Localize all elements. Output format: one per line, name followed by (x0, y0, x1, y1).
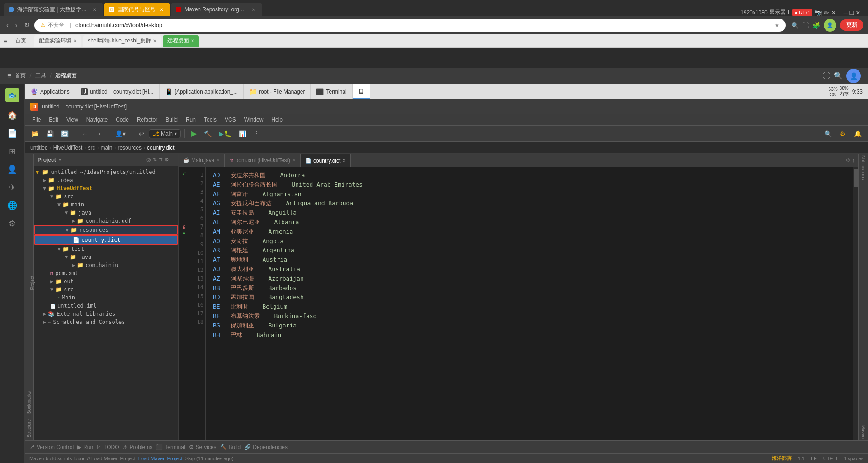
debug-btn[interactable]: ▶🐛 (216, 128, 234, 139)
tree-src[interactable]: ▼ 📁 src (34, 192, 178, 201)
browser-tab-3[interactable]: Maven Repository: org.a... ✕ (171, 3, 262, 16)
star-icon[interactable]: ★ (774, 22, 779, 28)
breadcrumb-tools[interactable]: 工具 (35, 72, 46, 80)
forward-nav-btn[interactable]: → (93, 128, 104, 139)
home-icon[interactable]: ≡ (4, 37, 7, 45)
terminal-btn[interactable]: ⬛ Terminal (156, 444, 185, 450)
expand-icon[interactable]: ▲ (182, 230, 186, 234)
open-folder-btn[interactable]: 📂 (28, 128, 42, 139)
sub-tab-shell[interactable]: shell终端-hive_ceshi_集群 ✕ (83, 35, 161, 47)
tree-com-hainiu-udf[interactable]: ▶ 📁 com.hainiu.udf (34, 217, 178, 225)
scrollbar-thumb[interactable] (854, 169, 858, 187)
sidebar-globe-icon[interactable]: 🌐 (7, 201, 17, 210)
taskbar-terminal[interactable]: ⬛ Terminal (311, 84, 352, 99)
main-java-tab-close[interactable]: ✕ (216, 158, 220, 163)
menu-build[interactable]: Build (162, 116, 181, 124)
close-recording-icon[interactable]: ✕ (831, 9, 836, 16)
zoom-icon[interactable]: ⛶ (802, 22, 809, 29)
tree-country-dict[interactable]: 📄 country.dict (34, 235, 178, 245)
menu-tools[interactable]: Tools (200, 116, 220, 124)
collapse-all-btn[interactable]: ⇈ (159, 157, 163, 163)
run-panel-btn[interactable]: ▶ Run (77, 444, 93, 450)
sidebar-settings-icon[interactable]: ⚙ (9, 219, 16, 229)
breadcrumb-resources[interactable]: resources (118, 145, 142, 151)
taskbar-applications[interactable]: 🔮 Applications (25, 84, 75, 99)
undo-btn[interactable]: ↩ (136, 128, 147, 139)
user-dropdown-btn[interactable]: 👤▾ (112, 128, 128, 139)
forward-button[interactable]: › (13, 21, 19, 29)
run-btn[interactable]: ▶ (189, 127, 199, 140)
search-nav-icon[interactable]: 🔍 (834, 71, 843, 80)
breadcrumb-home[interactable]: 首页 (15, 72, 26, 80)
tree-java[interactable]: ▼ 📁 java (34, 209, 178, 217)
sidebar-send-icon[interactable]: ✈ (9, 182, 16, 192)
branch-selector[interactable]: ⎇ Main ▾ (149, 129, 181, 138)
scrollbar-track[interactable] (853, 167, 858, 440)
maximize-icon[interactable]: □ (850, 9, 854, 16)
editor-tab-country-dict[interactable]: 📄 country.dict ✕ (301, 154, 351, 167)
taskbar-file-manager[interactable]: 📁 root - File Manager (244, 84, 311, 99)
menu-navigate[interactable]: Navigate (83, 116, 111, 124)
sidebar-home-icon[interactable]: 🏠 (7, 110, 17, 120)
save-btn[interactable]: 💾 (43, 128, 57, 139)
problems-btn[interactable]: ⚠ Problems (123, 444, 153, 450)
window-close-icon[interactable]: ✕ (855, 9, 861, 16)
tree-hiveudftest[interactable]: ▼ 📁 HiveUdfTest (34, 184, 178, 192)
search-everywhere-btn[interactable]: 🔍 (821, 128, 835, 139)
tree-resources[interactable]: ▼ 📁 resources (34, 225, 178, 235)
breadcrumb-module[interactable]: HiveUdfTest (53, 145, 83, 151)
bookmarks-label[interactable]: Bookmarks (25, 388, 33, 416)
sub-tab-remote-close[interactable]: ✕ (191, 38, 194, 43)
taskbar-application2[interactable]: 📱 [Application application_... (160, 84, 244, 99)
sub-tab-remote[interactable]: 远程桌面 ✕ (163, 35, 199, 47)
editor-tab-main-java[interactable]: ☕ Main.java ✕ (179, 154, 225, 167)
project-label[interactable]: Project (30, 276, 35, 290)
camera-icon[interactable]: 📷 (814, 9, 822, 16)
tree-out[interactable]: ▶ 📁 out (34, 277, 178, 285)
tree-idea[interactable]: ▶ 📁 .idea (34, 176, 178, 184)
breadcrumb-main[interactable]: main (100, 145, 112, 151)
tab3-close[interactable]: ✕ (250, 6, 257, 13)
sidebar-file-icon[interactable]: 📄 (7, 128, 17, 138)
editor-tab-pom-xml[interactable]: m pom.xml (HiveUdfTest) ✕ (225, 154, 301, 167)
taskbar-untitled[interactable]: IJ untitled – country.dict [Hi... (75, 84, 160, 99)
tab1-close[interactable]: ✕ (91, 6, 98, 13)
sub-tab-shell-close[interactable]: ✕ (153, 38, 156, 43)
minimize-icon[interactable]: ─ (844, 9, 848, 16)
menu-help[interactable]: Help (268, 116, 286, 124)
notifications-panel-label[interactable]: Notifications (861, 155, 866, 180)
menu-run[interactable]: Run (182, 116, 199, 124)
extensions-icon[interactable]: 🧩 (812, 22, 820, 29)
back-button[interactable]: ‹ (5, 21, 10, 29)
back-nav-btn[interactable]: ← (79, 128, 91, 139)
expand-all-btn[interactable]: ⇅ (153, 157, 157, 163)
tree-test-java[interactable]: ▼ 📁 java (34, 253, 178, 261)
menu-view[interactable]: View (63, 116, 82, 124)
todo-btn[interactable]: ☑ TODO (97, 444, 119, 450)
tree-src2[interactable]: ▼ 📁 src (34, 285, 178, 294)
update-button[interactable]: 更新 (840, 19, 863, 31)
sub-tab-config-close[interactable]: ✕ (73, 38, 77, 43)
breadcrumb-untitled[interactable]: untitled (30, 145, 48, 151)
country-dict-tab-close[interactable]: ✕ (342, 158, 346, 163)
tree-test[interactable]: ▼ 📁 test (34, 245, 178, 253)
version-control-btn[interactable]: ⎇ Version Control (28, 444, 74, 450)
menu-window[interactable]: Window (241, 116, 267, 124)
sidebar-grid-icon[interactable]: ⊞ (9, 146, 16, 156)
tree-main-java[interactable]: c Main (34, 294, 178, 302)
build-panel-btn[interactable]: 🔨 Build (220, 444, 241, 450)
settings-btn[interactable]: ⚙ (837, 128, 849, 139)
pen-icon[interactable]: ✏ (824, 9, 829, 16)
tree-iml[interactable]: 📄 untitled.iml (34, 302, 178, 310)
tree-scratches[interactable]: ▶ ✏ Scratches and Consoles (34, 318, 178, 326)
tab2-close[interactable]: ✕ (158, 6, 165, 13)
fullscreen-icon[interactable]: ⛶ (823, 72, 830, 80)
services-btn[interactable]: ⚙ Services (189, 444, 217, 450)
coverage-btn[interactable]: 📊 (236, 128, 249, 139)
editor-expand-btn[interactable]: ↕ (852, 157, 855, 163)
notifications-btn[interactable]: 🔔 (851, 128, 864, 139)
pom-xml-tab-close[interactable]: ✕ (292, 158, 296, 163)
address-input[interactable]: ⚠ 不安全 | cloud.hainiubl.com/#/tool/deskto… (34, 19, 786, 32)
menu-refactor[interactable]: Refactor (133, 116, 161, 124)
code-content[interactable]: AD 安道尔共和国 AndorraAE 阿拉伯联合酋长国 United Arab… (206, 167, 853, 440)
